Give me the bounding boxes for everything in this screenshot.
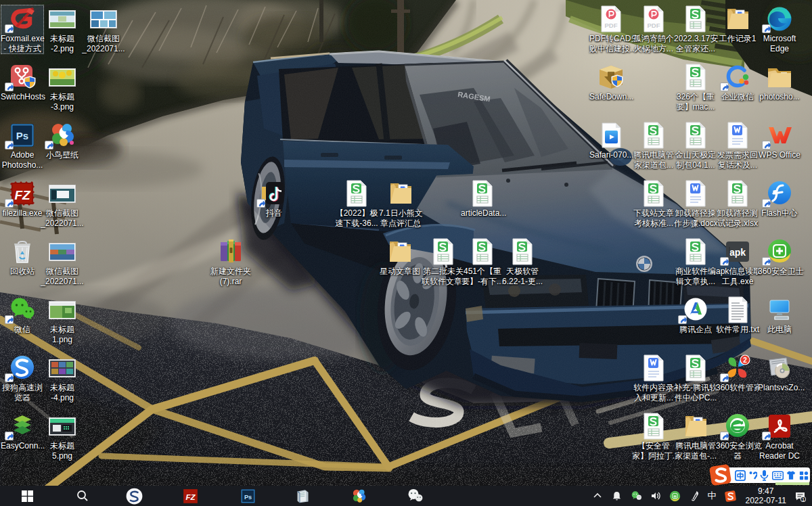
svg-text:FZ: FZ: [14, 188, 31, 202]
svg-text:2: 2: [743, 356, 747, 364]
svg-text:Ps: Ps: [244, 493, 251, 500]
svg-text:1: 1: [802, 496, 805, 501]
svg-text:FZ: FZ: [185, 493, 196, 501]
svg-text:Ps: Ps: [16, 130, 28, 141]
svg-text:apk: apk: [729, 247, 746, 258]
